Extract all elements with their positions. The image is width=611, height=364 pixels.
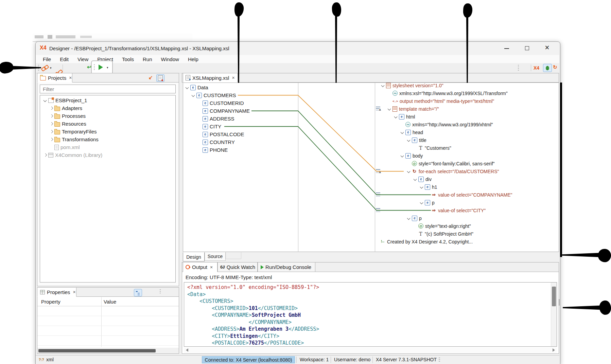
minimize-button[interactable] <box>502 44 511 53</box>
xsl-row-comment[interactable]: !-- Created by X4 Designer 4.2, Copyrigh… <box>380 238 473 245</box>
src-row-city[interactable]: e CITY <box>196 123 221 130</box>
link-mapping-icon[interactable] <box>41 65 48 70</box>
chevron-down-icon[interactable] <box>399 130 405 135</box>
chevron-down-icon[interactable] <box>412 177 418 182</box>
tree-item-processes[interactable]: Processes <box>48 112 86 120</box>
chevron-down-icon[interactable] <box>399 153 405 159</box>
chevron-down-icon[interactable] <box>406 138 412 143</box>
mapping-right-divider[interactable] <box>375 83 375 252</box>
chevron-right-icon[interactable] <box>48 106 54 111</box>
xsl-row-output[interactable]: <.> output method="html" media-type="tex… <box>386 97 494 105</box>
menu-file[interactable]: File <box>38 56 55 62</box>
maximize-button[interactable] <box>522 44 532 53</box>
xsl-row-customers-text[interactable]: T "Customers" <box>412 144 451 152</box>
run-dropdown-icon[interactable]: ▾ <box>107 66 108 69</box>
xsl-row-title[interactable]: e title <box>406 136 426 144</box>
projects-filter-input[interactable] <box>40 85 176 93</box>
menu-tools[interactable]: Tools <box>118 56 138 62</box>
projects-tab-close-icon[interactable]: × <box>69 75 72 80</box>
properties-tab-close-icon[interactable]: × <box>73 289 75 295</box>
xsl-row-p1[interactable]: e p <box>419 199 435 206</box>
link-with-editor-icon[interactable]: ↙ <box>149 74 153 80</box>
chevron-right-icon[interactable] <box>48 129 54 134</box>
chevron-right-icon[interactable] <box>42 152 48 158</box>
src-row-address[interactable]: e ADDRESS <box>196 115 234 123</box>
menu-window[interactable]: Window <box>157 56 184 62</box>
mapping-left-divider[interactable] <box>298 83 298 252</box>
src-row-postalcode[interactable]: e POSTALCODE <box>196 130 244 138</box>
xsl-row-template[interactable]: template match="/" <box>386 105 439 113</box>
tree-item-pomxml[interactable]: pom.xml <box>48 143 80 151</box>
debug-perspective-selected[interactable] <box>543 64 552 72</box>
src-row-customerid[interactable]: e CUSTOMERID <box>196 99 244 107</box>
xml-vscrollbar-thumb[interactable] <box>552 287 556 306</box>
tab-properties[interactable]: Properties × <box>37 287 76 297</box>
xsl-row-body-style[interactable]: @ style="font-family:Calibri, sans-serif… <box>406 160 495 167</box>
tab-quick-watch[interactable]: 6∂ Quick Watch <box>217 262 258 272</box>
tree-item-adapters[interactable]: Adapters <box>48 104 82 112</box>
close-button[interactable]: × <box>542 42 552 53</box>
xsl-row-div[interactable]: e div <box>412 175 432 183</box>
menu-run[interactable]: Run <box>138 56 157 62</box>
tree-item-esbproject[interactable]: ESBProject_1 <box>42 96 87 104</box>
xsl-row-html[interactable]: e html <box>393 113 415 121</box>
output-tab-close-icon[interactable]: × <box>210 265 213 270</box>
editor-tab-close-icon[interactable]: × <box>232 75 234 80</box>
menu-edit[interactable]: Edit <box>55 56 73 62</box>
focus-on-active-task-icon[interactable] <box>156 74 164 82</box>
chevron-down-icon[interactable] <box>380 83 386 88</box>
chevron-down-icon[interactable] <box>419 200 425 205</box>
src-row-phone[interactable]: e PHONE <box>196 146 228 154</box>
chevron-down-icon[interactable] <box>184 85 190 90</box>
tab-output[interactable]: Output × <box>183 262 217 272</box>
xsl-row-xmlns-xsl[interactable]: ns xmlns:xsl="http://www.w3.org/1999/XSL… <box>386 89 508 97</box>
chevron-right-icon[interactable] <box>48 121 54 127</box>
chevron-down-icon[interactable] <box>406 169 412 174</box>
tree-item-transformations[interactable]: Transformations <box>48 135 99 143</box>
properties-hscrollbar-thumb[interactable] <box>38 349 156 352</box>
run-button[interactable] <box>99 65 103 70</box>
refresh-icon[interactable]: ↻ <box>553 64 557 70</box>
tab-source[interactable]: Source <box>205 252 226 261</box>
xml-code-box[interactable]: <?xml version="1.0" encoding="ISO-8859-1… <box>184 282 557 347</box>
xsl-row-xmlns[interactable]: ns xmlns="http://www.w3.org/1999/xhtml" <box>399 121 493 128</box>
tree-item-x4common[interactable]: X4Common (Library) <box>42 151 102 159</box>
xsl-row-p2-style[interactable]: @ style="text-align:right" <box>412 222 471 230</box>
xsl-row-stylesheet[interactable]: stylesheet version="1.0" <box>380 81 443 89</box>
xsl-row-foreach[interactable]: ↻ for-each select="/Data/CUSTOMERS" <box>406 167 499 175</box>
tree-item-resources[interactable]: Resources <box>48 120 86 128</box>
mapping-anchor-template[interactable]: A <box>376 107 380 110</box>
src-row-data[interactable]: e Data <box>184 84 208 91</box>
chevron-right-icon[interactable] <box>48 137 54 142</box>
xsl-row-body[interactable]: e body <box>399 152 423 160</box>
mapping-anchor-valueof-city[interactable] <box>376 208 380 212</box>
tree-mode-selected[interactable] <box>134 289 142 296</box>
chevron-down-icon[interactable] <box>406 216 412 221</box>
mapping-anchor-valueof-companyname[interactable] <box>376 193 380 196</box>
xsl-row-copyright-text[interactable]: T "(c) SoftProject GmbH" <box>412 230 473 238</box>
link-dropdown-icon[interactable]: ▾ <box>50 66 52 70</box>
chevron-down-icon[interactable] <box>42 98 48 103</box>
scroll-left-icon[interactable] <box>186 348 188 352</box>
mapping-anchor-foreach[interactable]: A <box>376 169 380 173</box>
menu-help[interactable]: Help <box>184 56 203 62</box>
column-header-value[interactable]: Value <box>104 299 116 305</box>
chevron-right-icon[interactable] <box>48 113 54 119</box>
xsl-row-valueof-city[interactable]: ⇒ value-of select="CITY" <box>425 206 486 214</box>
scroll-right-icon[interactable] <box>553 348 555 352</box>
properties-menu-grip[interactable] <box>160 289 161 294</box>
chevron-down-icon[interactable] <box>393 114 399 120</box>
properties-column-divider[interactable] <box>101 297 102 347</box>
column-header-property[interactable]: Property <box>41 299 60 305</box>
src-row-country[interactable]: e COUNTRY <box>196 138 235 146</box>
x4-perspective-icon[interactable]: X4 <box>534 65 539 71</box>
xsl-row-valueof-companyname[interactable]: ⇒ value-of select="COMPANYNAME" <box>425 191 512 199</box>
tab-xslmapping[interactable]: XSLMapping.xsl × <box>183 73 238 83</box>
tab-design[interactable]: Design <box>183 252 205 261</box>
xsl-row-h1[interactable]: e h1 <box>419 183 437 191</box>
tab-run-debug-console[interactable]: Run/Debug Console <box>258 262 315 272</box>
tree-item-temporaryfiles[interactable]: TemporaryFiles <box>48 128 97 135</box>
xsl-row-head[interactable]: e head <box>399 128 423 136</box>
menu-view[interactable]: View <box>73 56 93 62</box>
tab-projects[interactable]: Projects × <box>37 73 72 83</box>
